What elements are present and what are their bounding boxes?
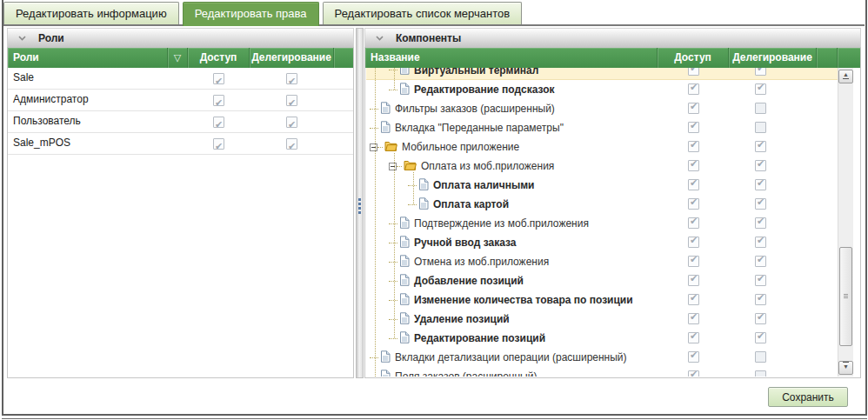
tree-item[interactable]: Вкладки детализации операции (расширенны… xyxy=(366,348,838,367)
access-checkbox[interactable] xyxy=(688,332,699,343)
collapse-expander-icon[interactable] xyxy=(389,163,397,170)
table-row[interactable]: Администратор xyxy=(8,90,353,111)
access-checkbox[interactable] xyxy=(688,217,699,229)
components-panel-header[interactable]: Компоненты xyxy=(364,28,861,47)
panel-splitter[interactable] xyxy=(356,28,364,378)
access-checkbox[interactable] xyxy=(688,68,699,76)
tree-item[interactable]: Фильтры заказов (расширенный) xyxy=(366,99,838,118)
tree-item[interactable]: Вкладка "Переданные параметры" xyxy=(366,118,838,137)
tree-item[interactable]: Отмена из моб.приложения xyxy=(366,252,838,271)
tree-item-label: Мобильное приложение xyxy=(402,141,519,153)
access-checkbox[interactable] xyxy=(688,83,699,95)
tree-guide xyxy=(394,68,395,90)
delegation-checkbox[interactable] xyxy=(755,275,766,286)
tree-item[interactable]: Оплата наличными xyxy=(366,176,838,195)
vertical-scrollbar[interactable]: ▲ ▼ xyxy=(838,68,853,377)
access-checkbox[interactable] xyxy=(688,294,699,305)
delegation-checkbox[interactable] xyxy=(755,141,766,152)
delegation-checkbox[interactable] xyxy=(755,237,766,248)
delegation-checkbox[interactable] xyxy=(755,198,766,210)
tree-item[interactable]: Виртуальный терминал xyxy=(366,68,838,80)
document-icon xyxy=(399,236,410,250)
scroll-down-button[interactable]: ▼ xyxy=(838,361,853,375)
delegation-checkbox[interactable] xyxy=(755,217,766,229)
role-name: Администратор xyxy=(8,90,168,110)
tree-item[interactable]: Удаление позиций xyxy=(366,310,838,329)
delegation-checkbox[interactable] xyxy=(755,179,766,190)
table-row[interactable]: Пользователь xyxy=(8,111,353,133)
access-checkbox[interactable] xyxy=(688,237,699,248)
column-header-roles[interactable]: Роли xyxy=(8,48,168,68)
access-checkbox[interactable] xyxy=(213,138,224,150)
document-icon xyxy=(399,331,410,346)
delegation-checkbox[interactable] xyxy=(286,73,297,84)
access-checkbox[interactable] xyxy=(213,95,224,106)
tab-edit-merchant-list[interactable]: Редактировать список мерчантов xyxy=(323,2,523,24)
tree-item[interactable]: Добавление позиций xyxy=(366,271,838,290)
collapse-expander-icon[interactable] xyxy=(370,143,377,151)
access-checkbox[interactable] xyxy=(213,73,224,84)
column-header-access[interactable]: Доступ xyxy=(658,48,729,68)
document-icon xyxy=(399,293,410,308)
document-icon xyxy=(399,312,410,327)
components-panel-body: Название Доступ Делегирование Виртуальны… xyxy=(364,47,861,378)
delegation-checkbox[interactable] xyxy=(755,160,766,171)
delegation-checkbox[interactable] xyxy=(286,117,297,128)
tree-item-label: Виртуальный терминал xyxy=(414,68,538,77)
column-header-delegation[interactable]: Делегирование xyxy=(729,48,817,68)
tree-item[interactable]: Ручной ввод заказа xyxy=(366,233,838,252)
tab-edit-info[interactable]: Редактировать информацию xyxy=(3,2,179,24)
access-checkbox[interactable] xyxy=(688,275,699,286)
scroll-up-button[interactable]: ▲ xyxy=(838,70,853,83)
document-icon xyxy=(380,370,391,377)
document-icon xyxy=(399,83,410,97)
table-row[interactable]: Sale xyxy=(8,68,353,90)
access-checkbox[interactable] xyxy=(688,370,699,377)
delegation-checkbox[interactable] xyxy=(755,351,766,363)
document-icon xyxy=(418,178,429,193)
access-checkbox[interactable] xyxy=(688,160,699,171)
delegation-checkbox[interactable] xyxy=(755,83,766,95)
thumb-grip-icon xyxy=(844,294,848,299)
column-header-scroll-spacer xyxy=(838,48,860,68)
tree-item-label: Редактирование позиций xyxy=(414,332,545,344)
delegation-checkbox[interactable] xyxy=(755,256,766,267)
window-frame-bottom xyxy=(2,418,867,419)
tree-item[interactable]: Редактирование подсказок xyxy=(366,80,838,99)
access-checkbox[interactable] xyxy=(688,198,699,210)
save-button[interactable]: Сохранить xyxy=(768,387,848,407)
tree-item[interactable]: Подтверждение из моб.приложения xyxy=(366,214,838,233)
access-checkbox[interactable] xyxy=(688,313,699,324)
delegation-checkbox[interactable] xyxy=(755,68,766,76)
roles-panel-header[interactable]: Роли xyxy=(7,28,354,47)
access-checkbox[interactable] xyxy=(688,103,699,114)
scrollbar-thumb[interactable] xyxy=(839,247,852,346)
delegation-checkbox[interactable] xyxy=(286,138,297,150)
delegation-checkbox[interactable] xyxy=(755,332,766,343)
access-checkbox[interactable] xyxy=(688,141,699,152)
access-checkbox[interactable] xyxy=(688,179,699,190)
table-row[interactable]: Sale_mPOS xyxy=(8,133,353,155)
delegation-checkbox[interactable] xyxy=(755,122,766,133)
delegation-checkbox[interactable] xyxy=(755,370,766,377)
filter-icon[interactable]: ▽ xyxy=(168,48,188,68)
tree-item[interactable]: Поля заказов (расширенный) xyxy=(366,367,838,377)
delegation-checkbox[interactable] xyxy=(286,95,297,106)
delegation-checkbox[interactable] xyxy=(755,294,766,305)
tab-edit-rights[interactable]: Редактировать права xyxy=(183,2,319,26)
access-checkbox[interactable] xyxy=(688,351,699,363)
access-checkbox[interactable] xyxy=(213,117,224,128)
tree-item[interactable]: Оплата из моб.приложения xyxy=(366,157,838,176)
access-checkbox[interactable] xyxy=(688,256,699,267)
tree-item[interactable]: Оплата картой xyxy=(366,195,838,214)
access-checkbox[interactable] xyxy=(688,122,699,133)
column-header-name[interactable]: Название xyxy=(365,48,658,68)
delegation-checkbox[interactable] xyxy=(755,313,766,324)
column-header-access[interactable]: Доступ xyxy=(188,48,250,68)
tree-item[interactable]: Изменение количества товара по позиции xyxy=(366,290,838,310)
role-name: Sale_mPOS xyxy=(8,133,168,154)
column-header-delegation[interactable]: Делегирование xyxy=(250,48,334,68)
tree-item[interactable]: Мобильное приложение xyxy=(366,137,838,157)
delegation-checkbox[interactable] xyxy=(755,103,766,114)
tree-item[interactable]: Редактирование позиций xyxy=(366,329,838,348)
